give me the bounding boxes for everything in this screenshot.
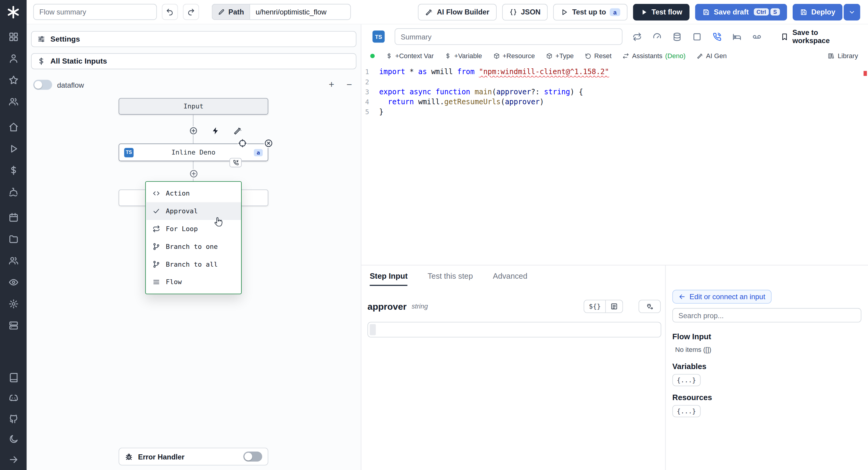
gauge-icon[interactable] bbox=[652, 32, 661, 41]
delete-step-icon[interactable] bbox=[264, 138, 273, 148]
windmill-logo[interactable] bbox=[6, 5, 21, 20]
error-handler-toggle[interactable] bbox=[243, 451, 262, 462]
move-step-icon[interactable] bbox=[238, 138, 247, 148]
code-line-text[interactable]: export async function main(approver?: st… bbox=[379, 87, 583, 97]
arrow-right-icon[interactable] bbox=[8, 454, 19, 465]
summary-input[interactable] bbox=[395, 28, 622, 45]
menu-item-approval[interactable]: Approval bbox=[146, 202, 241, 220]
undo-button[interactable] bbox=[162, 4, 178, 20]
form-icon bbox=[610, 303, 618, 310]
ship-icon[interactable] bbox=[8, 187, 19, 197]
menu-item-flow[interactable]: Flow bbox=[146, 273, 241, 291]
insert-step-button[interactable] bbox=[189, 169, 198, 178]
dataflow-label: dataflow bbox=[57, 81, 84, 89]
gear-icon[interactable] bbox=[8, 299, 19, 309]
zoom-in-button[interactable]: + bbox=[326, 79, 338, 91]
error-handler-node[interactable]: Error Handler bbox=[119, 448, 269, 466]
ai-flow-builder-button[interactable]: AI Flow Builder bbox=[418, 4, 496, 20]
worker-icon[interactable] bbox=[8, 320, 19, 331]
approval-step-badge[interactable] bbox=[229, 158, 241, 167]
github-icon[interactable] bbox=[8, 413, 19, 424]
test-up-to-button[interactable]: Test up to a bbox=[553, 4, 627, 20]
ai-step-icon[interactable] bbox=[233, 126, 242, 135]
edit-connect-input-button[interactable]: Edit or connect an input bbox=[673, 290, 771, 304]
path-input[interactable] bbox=[250, 4, 351, 20]
approver-value-input[interactable] bbox=[367, 322, 661, 338]
typescript-badge: TS bbox=[124, 148, 133, 157]
connect-input-button[interactable] bbox=[639, 300, 661, 313]
arrow-left-icon bbox=[678, 293, 686, 301]
tab-advanced[interactable]: Advanced bbox=[493, 272, 527, 286]
moon-icon[interactable] bbox=[8, 434, 19, 444]
zoom-controls: + − bbox=[326, 79, 355, 91]
calendar-icon[interactable] bbox=[8, 212, 19, 223]
editor-cursor-block bbox=[370, 324, 376, 335]
menu-item-branch-to-all[interactable]: Branch to all bbox=[146, 255, 241, 273]
toolbar-reset[interactable]: Reset bbox=[585, 52, 612, 60]
test-up-to-label: Test up to bbox=[572, 8, 606, 16]
step-input-left: Step InputTest this stepAdvanced approve… bbox=[361, 265, 665, 470]
toolbar--variable[interactable]: +Variable bbox=[445, 52, 482, 60]
eye-icon[interactable] bbox=[8, 277, 19, 288]
typescript-badge[interactable]: TS bbox=[373, 30, 384, 42]
menu-item-branch-to-one[interactable]: Branch to one bbox=[146, 238, 241, 255]
menu-item-action[interactable]: Action bbox=[146, 184, 241, 202]
deploy-button[interactable]: Deploy bbox=[792, 4, 842, 20]
dataflow-toggle[interactable] bbox=[33, 80, 52, 90]
square-icon[interactable] bbox=[692, 32, 701, 41]
resources-expand-button[interactable]: {...} bbox=[673, 405, 701, 417]
database-icon[interactable] bbox=[672, 32, 681, 41]
expression-mode-button[interactable]: ${} bbox=[584, 300, 606, 313]
flow-settings-button[interactable]: Settings bbox=[31, 31, 356, 47]
play-icon[interactable] bbox=[8, 144, 19, 154]
form-mode-button[interactable] bbox=[606, 300, 623, 313]
tab-test-this-step[interactable]: Test this step bbox=[428, 272, 473, 286]
all-static-inputs-button[interactable]: All Static Inputs bbox=[31, 53, 356, 69]
toolbar-ai-gen[interactable]: AI Gen bbox=[696, 52, 727, 60]
path-button[interactable]: Path bbox=[212, 4, 250, 20]
bed-icon[interactable] bbox=[732, 32, 741, 41]
code-line-text[interactable]: return wmill.getResumeUrls(approver) bbox=[379, 97, 544, 107]
discord-icon[interactable] bbox=[8, 393, 19, 403]
search-prop-input[interactable] bbox=[673, 308, 861, 323]
flow-node-input[interactable]: Input bbox=[119, 98, 269, 115]
redo-button[interactable] bbox=[183, 4, 199, 20]
book-icon[interactable] bbox=[8, 372, 19, 383]
grid-icon[interactable] bbox=[8, 32, 19, 42]
code-editor[interactable]: 1import * as wmill from "npm:windmill-cl… bbox=[361, 67, 868, 117]
toolbar--resource[interactable]: +Resource bbox=[493, 52, 535, 60]
folder-icon[interactable] bbox=[8, 234, 19, 244]
phone-call-icon[interactable] bbox=[712, 32, 721, 41]
save-to-workspace-button[interactable]: Save to workspace bbox=[780, 28, 857, 45]
deploy-dropdown-button[interactable] bbox=[844, 4, 860, 20]
add-step-icon[interactable] bbox=[189, 126, 198, 135]
code-line-text[interactable]: import * as wmill from "npm:windmill-cli… bbox=[379, 67, 609, 77]
toolbar--type[interactable]: +Type bbox=[546, 52, 574, 60]
save-draft-button[interactable]: Save draft CtrlS bbox=[695, 4, 787, 20]
voicemail-icon[interactable] bbox=[752, 32, 761, 41]
variables-expand-button[interactable]: {...} bbox=[673, 374, 701, 386]
test-flow-button[interactable]: Test flow bbox=[632, 4, 689, 20]
home-icon[interactable] bbox=[8, 122, 19, 132]
library-button[interactable]: Library bbox=[828, 52, 858, 60]
cycle-icon[interactable] bbox=[632, 32, 642, 41]
code-line-text[interactable]: } bbox=[379, 107, 383, 117]
zoom-out-button[interactable]: − bbox=[343, 79, 355, 91]
tab-step-input[interactable]: Step Input bbox=[370, 272, 408, 286]
star-icon[interactable] bbox=[8, 75, 19, 85]
user-icon[interactable] bbox=[8, 53, 19, 64]
flow-summary-input[interactable] bbox=[33, 4, 157, 20]
flow-canvas[interactable]: Settings All Static Inputs dataflow + − … bbox=[27, 24, 361, 470]
undo-icon bbox=[166, 8, 174, 16]
json-button[interactable]: JSON bbox=[502, 4, 548, 20]
trigger-icon[interactable] bbox=[211, 126, 220, 135]
users-icon[interactable] bbox=[8, 255, 19, 266]
bug-icon bbox=[125, 452, 133, 461]
code-line-text[interactable] bbox=[379, 77, 383, 87]
deploy-split-button: Deploy bbox=[792, 4, 860, 20]
toolbar--context-var[interactable]: +Context Var bbox=[386, 52, 434, 60]
menu-item-for-loop[interactable]: For Loop bbox=[146, 220, 241, 238]
dollar-icon[interactable] bbox=[8, 165, 19, 176]
users-icon[interactable] bbox=[8, 96, 19, 107]
toolbar-assistants[interactable]: Assistants (Deno) bbox=[623, 52, 686, 60]
